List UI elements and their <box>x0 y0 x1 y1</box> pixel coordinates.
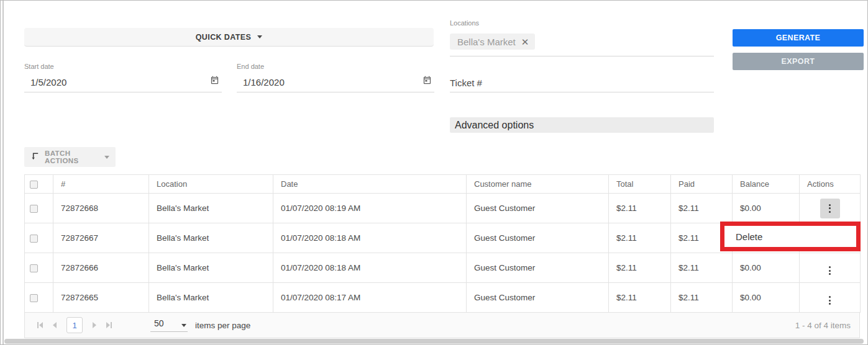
locations-field: Locations Bella's Market ✕ <box>450 19 714 56</box>
cell-balance: $0.00 <box>733 253 800 283</box>
pagination-range-label: 1 - 4 of 4 items <box>795 321 859 330</box>
cell-paid: $2.11 <box>671 253 733 283</box>
row-checkbox[interactable] <box>30 205 38 213</box>
cell-paid: $2.11 <box>671 283 733 313</box>
column-header-paid[interactable]: Paid <box>671 175 733 194</box>
cell-ticket-number: 72872668 <box>53 194 149 223</box>
cell-ticket-number: 72872665 <box>53 283 149 313</box>
end-date-label: End date <box>237 63 434 70</box>
row-actions-button[interactable] <box>829 296 831 305</box>
column-header-date[interactable]: Date <box>273 175 467 194</box>
remove-chip-icon[interactable]: ✕ <box>521 37 529 47</box>
row-actions-button[interactable] <box>829 266 831 275</box>
generate-button[interactable]: GENERATE <box>733 29 864 47</box>
tickets-table: # Location Date Customer name Total Paid… <box>24 174 861 338</box>
cell-total: $2.11 <box>609 194 671 223</box>
column-header-id[interactable]: # <box>53 175 149 194</box>
kebab-menu-icon <box>829 204 831 213</box>
page-size-value: 50 <box>154 318 164 328</box>
export-button[interactable]: EXPORT <box>733 53 864 70</box>
row-checkbox[interactable] <box>30 264 38 272</box>
subdirectory-arrow-down-icon <box>30 151 40 163</box>
cell-customer: Guest Customer <box>467 283 609 313</box>
table-row: 72872668 Bella's Market 01/07/2020 08:19… <box>25 194 861 223</box>
vertical-scrollbar[interactable] <box>2 1 4 345</box>
chevron-down-icon <box>104 156 109 159</box>
cell-location: Bella's Market <box>149 283 273 313</box>
cell-date: 01/07/2020 08:17 AM <box>273 283 467 313</box>
end-date-field: End date 1/16/2020 <box>237 63 434 92</box>
column-header-total[interactable]: Total <box>609 175 671 194</box>
cell-date: 01/07/2020 08:19 AM <box>273 194 467 223</box>
start-date-label: Start date <box>24 63 222 70</box>
previous-page-icon[interactable] <box>53 322 57 328</box>
batch-actions-label: BATCH ACTIONS <box>45 150 99 164</box>
next-page-icon[interactable] <box>93 322 96 328</box>
start-date-input[interactable]: 1/5/2020 <box>30 77 66 87</box>
calendar-icon[interactable] <box>210 75 219 87</box>
row-actions-button-active[interactable] <box>820 199 840 218</box>
ticket-number-input[interactable]: Ticket # <box>450 74 714 92</box>
quick-dates-label: QUICK DATES <box>196 33 252 42</box>
batch-actions-button[interactable]: BATCH ACTIONS <box>24 147 116 167</box>
cell-customer: Guest Customer <box>467 253 609 283</box>
delete-menu-item[interactable]: Delete <box>736 231 762 242</box>
table-header-row: # Location Date Customer name Total Paid… <box>25 175 861 194</box>
cell-location: Bella's Market <box>149 194 273 223</box>
cell-customer: Guest Customer <box>467 223 609 253</box>
cell-paid: $2.11 <box>671 194 733 223</box>
column-header-actions: Actions <box>800 175 861 194</box>
items-per-page-label: items per page <box>195 321 250 330</box>
last-page-icon[interactable] <box>106 322 112 328</box>
cell-ticket-number: 72872666 <box>53 253 149 283</box>
cell-customer: Guest Customer <box>467 194 609 223</box>
ticket-number-field: Ticket # <box>450 74 714 92</box>
advanced-options-label: Advanced options <box>455 120 534 131</box>
chevron-down-icon <box>181 324 186 327</box>
cell-ticket-number: 72872667 <box>53 223 149 253</box>
cell-balance: $0.00 <box>733 194 800 223</box>
table-row: 72872666 Bella's Market 01/07/2020 08:18… <box>25 253 861 283</box>
locations-label: Locations <box>450 19 714 27</box>
select-all-checkbox[interactable] <box>30 181 38 189</box>
cell-balance: $0.00 <box>733 283 800 313</box>
column-header-balance[interactable]: Balance <box>733 175 800 194</box>
cell-total: $2.11 <box>609 253 671 283</box>
quick-dates-button[interactable]: QUICK DATES <box>24 28 434 47</box>
row-checkbox[interactable] <box>30 235 38 243</box>
cell-total: $2.11 <box>609 223 671 253</box>
page-size-select[interactable]: 50 <box>150 318 188 332</box>
page-number-button[interactable]: 1 <box>66 317 83 333</box>
location-chip-label: Bella's Market <box>457 37 516 47</box>
column-header-customer[interactable]: Customer name <box>467 175 609 194</box>
calendar-icon[interactable] <box>423 75 432 87</box>
location-chip: Bella's Market ✕ <box>450 34 535 50</box>
chevron-down-icon <box>257 35 262 38</box>
tickets-report-page: QUICK DATES Start date 1/5/2020 End date… <box>0 0 868 345</box>
cell-location: Bella's Market <box>149 223 273 253</box>
table-row: 72872665 Bella's Market 01/07/2020 08:17… <box>25 283 861 313</box>
horizontal-scrollbar[interactable] <box>4 339 864 344</box>
cell-total: $2.11 <box>609 283 671 313</box>
column-header-location[interactable]: Location <box>149 175 273 194</box>
cell-location: Bella's Market <box>149 253 273 283</box>
annotation-highlight-box: Delete <box>720 222 861 251</box>
locations-input[interactable]: Bella's Market ✕ <box>450 30 714 56</box>
row-checkbox[interactable] <box>30 294 38 302</box>
cell-date: 01/07/2020 08:18 AM <box>273 223 467 253</box>
pagination-bar: 1 50 items per page 1 - 4 of 4 items <box>24 312 860 338</box>
end-date-input[interactable]: 1/16/2020 <box>243 77 285 87</box>
first-page-icon[interactable] <box>37 322 43 328</box>
cell-date: 01/07/2020 08:18 AM <box>273 253 467 283</box>
start-date-field: Start date 1/5/2020 <box>24 63 222 92</box>
advanced-options-header[interactable]: Advanced options <box>450 117 714 133</box>
